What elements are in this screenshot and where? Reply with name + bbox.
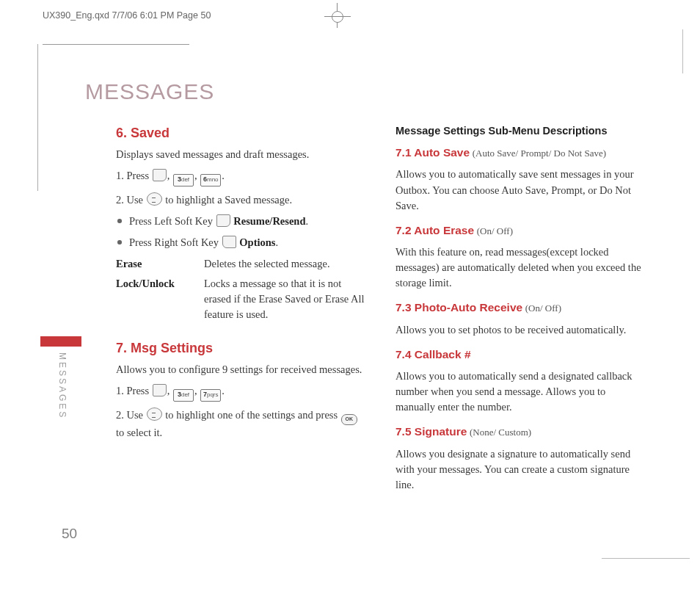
text: 1. Press <box>116 170 152 181</box>
text: , <box>167 170 172 181</box>
def-erase: Erase Deletes the selected message. <box>116 256 365 272</box>
item-7-5: 7.5 Signature (None/ Custom) Allows you … <box>395 424 644 493</box>
print-header-text: UX390_Eng.qxd 7/7/06 6:01 PM Page 50 <box>43 10 211 21</box>
text: . <box>275 236 278 248</box>
text: Options <box>239 236 275 248</box>
text: 2. Use <box>116 194 146 206</box>
item-title: 7.3 Photo-Auto Receive <box>395 301 522 314</box>
text: , <box>194 170 200 181</box>
item-desc: Allows you to automatically send a desig… <box>395 369 644 415</box>
text: . <box>222 385 225 396</box>
chapter-title: MESSAGES <box>85 79 214 104</box>
desc: Locks a message so that it is not erased… <box>204 276 365 322</box>
text: Press Left Soft Key <box>129 215 216 227</box>
s6-bullet-resume: Press Left Soft Key Resume/Resend. <box>116 214 365 229</box>
ok-key-icon: OK <box>341 414 357 425</box>
print-header: UX390_Eng.qxd 7/7/06 6:01 PM Page 50 <box>0 10 700 31</box>
item-options: (On/ Off) <box>525 303 561 314</box>
item-options: (None/ Custom) <box>470 427 531 438</box>
term: Erase <box>116 256 204 272</box>
text: , <box>167 385 172 396</box>
s7-step2: 2. Use to highlight one of the settings … <box>116 408 365 441</box>
page-number: 50 <box>62 526 77 542</box>
item-desc: Allows you to automatically save sent me… <box>395 167 644 213</box>
keypad-3-icon: 3def <box>173 389 194 402</box>
item-7-2: 7.2 Auto Erase (On/ Off) With this featu… <box>395 222 644 291</box>
section-6-title: 6. Saved <box>116 123 365 142</box>
crop-mark <box>37 44 38 191</box>
item-desc: Allows you to set photos to be received … <box>395 322 644 338</box>
item-desc: Allows you designate a signature to auto… <box>395 446 644 493</box>
s6-step1: 1. Press , 3def, 6mno. <box>116 168 365 186</box>
text: 2. Use <box>116 409 146 421</box>
left-column: 6. Saved Displays saved messages and dra… <box>116 123 365 501</box>
text: 1. Press <box>116 385 152 396</box>
item-title: 7.2 Auto Erase <box>395 224 474 236</box>
item-title: 7.4 Callback # <box>395 348 471 361</box>
term: Lock/Unlock <box>116 276 204 322</box>
content-columns: 6. Saved Displays saved messages and dra… <box>116 123 644 501</box>
item-options: (On/ Off) <box>477 225 513 236</box>
item-7-4: 7.4 Callback # Allows you to automatical… <box>395 347 644 416</box>
section-7-title: 7. Msg Settings <box>116 338 365 358</box>
text: . <box>222 170 225 181</box>
text: , <box>194 385 200 396</box>
side-tab-label: MESSAGES <box>57 352 68 419</box>
item-7-1: 7.1 Auto Save (Auto Save/ Prompt/ Do Not… <box>395 145 644 214</box>
crop-mark <box>43 44 189 45</box>
keypad-6-icon: 6mno <box>200 174 221 186</box>
s6-step2: 2. Use to highlight a Saved message. <box>116 192 365 208</box>
right-softkey-icon <box>222 236 236 248</box>
right-subhead: Message Settings Sub-Menu Descriptions <box>395 123 644 139</box>
text: Resume/Resend <box>233 215 305 227</box>
keypad-3-icon: 3def <box>173 174 194 186</box>
left-softkey-icon <box>153 169 167 181</box>
item-7-3: 7.3 Photo-Auto Receive (On/ Off) Allows … <box>395 300 644 337</box>
crop-mark <box>602 558 690 559</box>
nav-key-icon <box>147 408 162 421</box>
left-softkey-icon <box>153 384 167 396</box>
section-6-intro: Displays saved messages and draft messag… <box>116 147 365 162</box>
item-title: 7.5 Signature <box>395 425 467 438</box>
text: to highlight a Saved message. <box>165 194 292 206</box>
nav-key-icon <box>147 192 162 206</box>
registration-mark-icon <box>323 7 352 29</box>
item-title: 7.1 Auto Save <box>395 146 470 159</box>
item-desc: With this feature on, read messages(exce… <box>395 245 644 291</box>
left-softkey-icon <box>216 214 230 227</box>
manual-page: UX390_Eng.qxd 7/7/06 6:01 PM Page 50 MES… <box>0 0 700 594</box>
keypad-7-icon: 7pqrs <box>200 389 221 402</box>
s7-step1: 1. Press , 3def, 7pqrs. <box>116 383 365 402</box>
def-lock: Lock/Unlock Locks a message so that it i… <box>116 276 365 322</box>
item-options: (Auto Save/ Prompt/ Do Not Save) <box>473 148 606 159</box>
text: to highlight one of the settings and pre… <box>165 409 340 421</box>
right-column: Message Settings Sub-Menu Descriptions 7… <box>395 123 644 501</box>
text: to select it. <box>116 427 162 438</box>
side-tab <box>40 336 81 347</box>
desc: Deletes the selected message. <box>204 256 365 272</box>
s6-bullet-options: Press Right Soft Key Options. <box>116 235 365 250</box>
section-7-intro: Allows you to configure 9 settings for r… <box>116 362 365 377</box>
text: . <box>306 215 309 227</box>
text: Press Right Soft Key <box>129 236 222 248</box>
crop-mark <box>682 29 683 73</box>
